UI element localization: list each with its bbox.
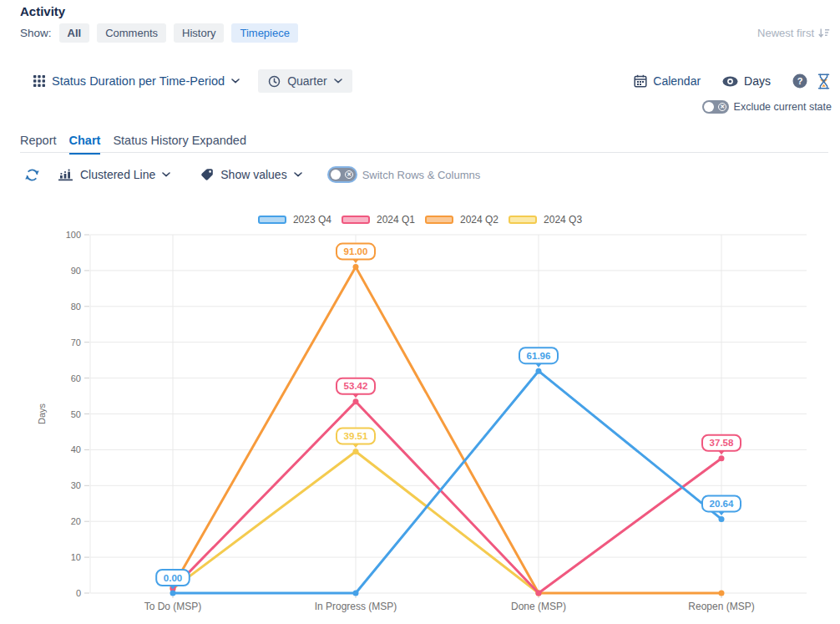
chart-point-2024-q1[interactable] bbox=[536, 591, 542, 596]
chevron-down-icon bbox=[294, 172, 302, 177]
legend-label: 2024 Q3 bbox=[544, 214, 582, 226]
toggle-knob bbox=[704, 102, 714, 112]
y-tick-label: 0 bbox=[76, 588, 81, 598]
y-tick-label: 20 bbox=[71, 516, 81, 526]
calendar-label: Calendar bbox=[653, 74, 701, 88]
status-duration-chart[interactable]: 0102030405060708090100To Do (MSP)In Prog… bbox=[0, 207, 840, 624]
report-type-dropdown[interactable]: Status Duration per Time-Period bbox=[33, 74, 240, 88]
sort-descending-icon bbox=[818, 28, 830, 38]
chart-point-2023-q4[interactable] bbox=[719, 516, 725, 522]
tag-icon bbox=[200, 168, 214, 181]
value-label-text: 39.51 bbox=[344, 431, 368, 441]
eye-icon bbox=[722, 76, 738, 87]
bar-chart-icon bbox=[58, 169, 73, 181]
toggle-x-icon: ✕ bbox=[718, 103, 726, 111]
y-tick-label: 60 bbox=[71, 373, 81, 383]
clock-icon bbox=[268, 75, 281, 88]
value-label-text: 37.58 bbox=[710, 438, 734, 448]
chart-line-2024-q2 bbox=[173, 267, 721, 593]
y-tick-label: 10 bbox=[71, 552, 81, 562]
activity-filter-row: Show: All Comments History Timepiece New… bbox=[20, 23, 830, 43]
chart-point-2023-q4[interactable] bbox=[536, 368, 542, 374]
report-toolbar: Status Duration per Time-Period Quarter bbox=[33, 70, 830, 92]
chart-point-2024-q2[interactable] bbox=[353, 264, 359, 270]
chart-point-2024-q3[interactable] bbox=[353, 449, 359, 454]
chevron-down-icon bbox=[162, 172, 170, 177]
calendar-button[interactable]: Calendar bbox=[634, 74, 701, 88]
value-label-text: 91.00 bbox=[344, 246, 368, 256]
filter-comments-button[interactable]: Comments bbox=[97, 23, 166, 43]
legend-label: 2024 Q2 bbox=[460, 214, 498, 226]
show-values-dropdown[interactable]: Show values bbox=[200, 168, 301, 181]
toolbar-right: Calendar Days ? bbox=[634, 74, 830, 89]
chart-type-label: Clustered Line bbox=[80, 168, 155, 181]
help-icon[interactable]: ? bbox=[792, 74, 807, 89]
toggle-knob bbox=[331, 170, 341, 180]
chart-type-dropdown[interactable]: Clustered Line bbox=[58, 168, 170, 181]
period-label: Quarter bbox=[287, 74, 326, 88]
page-title: Activity bbox=[20, 4, 65, 18]
value-label-text: 53.42 bbox=[344, 381, 368, 391]
y-tick-label: 80 bbox=[71, 302, 81, 312]
sort-label: Newest first bbox=[757, 27, 814, 39]
switch-rows-columns-label: Switch Rows & Columns bbox=[362, 169, 481, 181]
toggle-x-icon: ✕ bbox=[345, 170, 353, 179]
chart-point-2024-q1[interactable] bbox=[719, 455, 725, 461]
hourglass-icon[interactable] bbox=[817, 74, 830, 89]
activity-panel: Activity Show: All Comments History Time… bbox=[0, 0, 840, 624]
toolbar-icons: ? bbox=[792, 74, 830, 89]
chart-point-2024-q1[interactable] bbox=[353, 398, 359, 404]
calendar-icon bbox=[634, 74, 647, 88]
unit-label: Days bbox=[744, 74, 771, 88]
y-tick-label: 90 bbox=[71, 266, 81, 276]
legend-swatch bbox=[425, 216, 453, 224]
filter-history-button[interactable]: History bbox=[174, 23, 224, 43]
svg-text:?: ? bbox=[797, 76, 803, 86]
y-tick-label: 30 bbox=[71, 480, 81, 490]
refresh-icon[interactable] bbox=[25, 168, 39, 182]
chart-toolbar: Clustered Line Show values ✕ Switch Rows… bbox=[25, 165, 480, 185]
chart-point-2024-q2[interactable] bbox=[719, 591, 725, 596]
legend-item-2024-q3[interactable]: 2024 Q3 bbox=[509, 214, 582, 226]
filter-timepiece-button[interactable]: Timepiece bbox=[231, 23, 297, 43]
legend-swatch bbox=[258, 216, 286, 224]
y-tick-label: 50 bbox=[71, 409, 81, 419]
legend-label: 2024 Q1 bbox=[377, 214, 415, 226]
report-type-label: Status Duration per Time-Period bbox=[52, 74, 225, 88]
chart-point-2023-q4[interactable] bbox=[353, 591, 359, 596]
x-category-label: In Progress (MSP) bbox=[315, 601, 397, 612]
value-label-text: 0.00 bbox=[164, 573, 182, 583]
exclude-current-state-label: Exclude current state bbox=[734, 101, 832, 113]
filter-all-button[interactable]: All bbox=[59, 23, 90, 43]
show-values-label: Show values bbox=[220, 168, 286, 181]
switch-rows-columns-toggle[interactable]: ✕ bbox=[329, 168, 356, 181]
exclude-current-state-toggle[interactable]: ✕ bbox=[702, 100, 729, 114]
legend-swatch bbox=[509, 216, 537, 224]
grid-icon bbox=[33, 75, 45, 87]
y-axis-title: Days bbox=[37, 403, 47, 424]
y-tick-label: 40 bbox=[71, 444, 81, 454]
x-category-label: To Do (MSP) bbox=[144, 601, 202, 612]
chevron-down-icon bbox=[231, 79, 240, 84]
y-tick-label: 100 bbox=[66, 230, 81, 240]
legend-item-2024-q1[interactable]: 2024 Q1 bbox=[342, 214, 415, 226]
switch-rows-columns-group: ✕ Switch Rows & Columns bbox=[329, 168, 481, 181]
chart-legend: 2023 Q42024 Q12024 Q22024 Q3 bbox=[0, 214, 840, 226]
exclude-current-state-row: ✕ Exclude current state bbox=[702, 100, 832, 114]
show-label: Show: bbox=[20, 27, 52, 39]
value-label-text: 61.96 bbox=[527, 351, 551, 361]
sort-control[interactable]: Newest first bbox=[757, 27, 830, 39]
y-tick-label: 70 bbox=[71, 337, 81, 348]
chart-point-2023-q4[interactable] bbox=[170, 591, 176, 596]
unit-selector[interactable]: Days bbox=[722, 74, 771, 88]
legend-item-2024-q2[interactable]: 2024 Q2 bbox=[425, 214, 498, 226]
value-label-text: 20.64 bbox=[710, 499, 734, 509]
tabs-divider bbox=[20, 152, 828, 153]
legend-item-2023-q4[interactable]: 2023 Q4 bbox=[258, 214, 331, 226]
legend-swatch bbox=[342, 216, 370, 224]
period-dropdown[interactable]: Quarter bbox=[258, 69, 352, 93]
legend-label: 2023 Q4 bbox=[293, 214, 331, 226]
chevron-down-icon bbox=[334, 79, 342, 84]
x-category-label: Reopen (MSP) bbox=[688, 601, 754, 612]
x-category-label: Done (MSP) bbox=[511, 601, 566, 612]
